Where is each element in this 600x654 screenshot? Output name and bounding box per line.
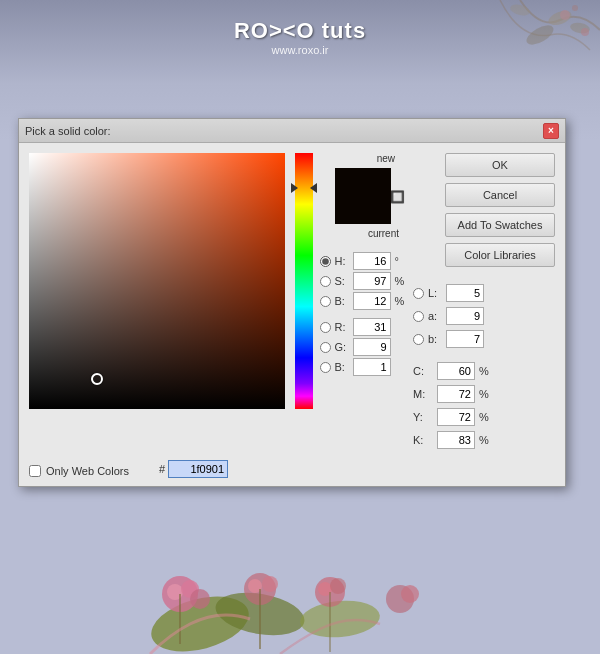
svg-point-13 bbox=[190, 589, 210, 609]
blue-label: B: bbox=[335, 361, 349, 373]
dialog-body: new 🔲 current H: ° S: bbox=[19, 143, 565, 460]
saturation-label: S: bbox=[335, 275, 349, 287]
red-label: R: bbox=[335, 321, 349, 333]
b3-radio[interactable] bbox=[413, 334, 424, 345]
hue-radio[interactable] bbox=[320, 256, 331, 267]
dialog-titlebar: Pick a solid color: × bbox=[19, 119, 565, 143]
svg-point-4 bbox=[572, 5, 578, 11]
a-radio[interactable] bbox=[413, 311, 424, 322]
svg-point-16 bbox=[262, 576, 278, 592]
saturation-unit: % bbox=[395, 275, 407, 287]
green-input[interactable] bbox=[353, 338, 391, 356]
l-field-row: L: bbox=[413, 283, 555, 303]
gradient-dark-layer bbox=[29, 153, 285, 409]
background-bottom bbox=[0, 494, 600, 654]
hue-indicator-left bbox=[291, 183, 298, 193]
hue-label: H: bbox=[335, 255, 349, 267]
color-picker-dialog: Pick a solid color: × new bbox=[18, 118, 566, 487]
web-colors-label: Only Web Colors bbox=[46, 465, 129, 477]
eyedropper-icon[interactable]: 🔲 bbox=[390, 190, 405, 204]
svg-point-19 bbox=[330, 578, 346, 594]
saturation-field-row: S: % bbox=[320, 271, 407, 291]
color-preview-section: new 🔲 current H: ° S: bbox=[323, 153, 403, 450]
red-field-row: R: bbox=[320, 317, 407, 337]
hue-unit: ° bbox=[395, 255, 407, 267]
blue-input[interactable] bbox=[353, 358, 391, 376]
lab-fields: L: a: b: C: % bbox=[413, 283, 555, 450]
y-unit: % bbox=[479, 411, 491, 423]
k-field-row: K: % bbox=[413, 430, 555, 450]
current-color-label: current bbox=[368, 228, 399, 239]
saturation-radio[interactable] bbox=[320, 276, 331, 287]
hue-slider-container[interactable] bbox=[295, 153, 313, 409]
new-color-swatch bbox=[335, 168, 391, 224]
m-field-row: M: % bbox=[413, 384, 555, 404]
a-field-row: a: bbox=[413, 306, 555, 326]
new-color-label: new bbox=[377, 153, 395, 164]
svg-point-3 bbox=[581, 28, 589, 36]
y-label: Y: bbox=[413, 411, 433, 423]
brightness-unit: % bbox=[395, 295, 407, 307]
add-to-swatches-button[interactable]: Add To Swatches bbox=[445, 213, 555, 237]
green-field-row: G: bbox=[320, 337, 407, 357]
web-colors-checkbox-row: Only Web Colors bbox=[29, 465, 129, 477]
blue-field-row: B: bbox=[320, 357, 407, 377]
logo-url: www.roxo.ir bbox=[234, 44, 366, 56]
a-input[interactable] bbox=[446, 307, 484, 325]
k-input[interactable] bbox=[437, 431, 475, 449]
k-unit: % bbox=[479, 434, 491, 446]
gradient-field[interactable] bbox=[29, 153, 285, 409]
red-input[interactable] bbox=[353, 318, 391, 336]
floral-bottom-decoration bbox=[100, 504, 500, 654]
color-preview-box bbox=[335, 168, 391, 224]
fields-area: H: ° S: % B: % bbox=[320, 251, 407, 377]
b3-label: b: bbox=[428, 333, 442, 345]
hex-field-group: # bbox=[159, 460, 228, 478]
green-label: G: bbox=[335, 341, 349, 353]
hue-indicator-right bbox=[310, 183, 317, 193]
l-radio[interactable] bbox=[413, 288, 424, 299]
a-label: a: bbox=[428, 310, 442, 322]
dialog-bottom: Only Web Colors # bbox=[19, 460, 565, 486]
right-section: OK Cancel Add To Swatches Color Librarie… bbox=[413, 153, 555, 450]
green-radio[interactable] bbox=[320, 342, 331, 353]
brightness-radio[interactable] bbox=[320, 296, 331, 307]
web-colors-checkbox[interactable] bbox=[29, 465, 41, 477]
logo-area: RO><O tuts www.roxo.ir bbox=[234, 18, 366, 56]
b3-input[interactable] bbox=[446, 330, 484, 348]
m-input[interactable] bbox=[437, 385, 475, 403]
saturation-input[interactable] bbox=[353, 272, 391, 290]
c-unit: % bbox=[479, 365, 491, 377]
m-unit: % bbox=[479, 388, 491, 400]
color-gradient-field[interactable] bbox=[29, 153, 285, 409]
m-label: M: bbox=[413, 388, 433, 400]
hex-input[interactable] bbox=[168, 460, 228, 478]
cancel-button[interactable]: Cancel bbox=[445, 183, 555, 207]
y-input[interactable] bbox=[437, 408, 475, 426]
c-input[interactable] bbox=[437, 362, 475, 380]
brightness-label: B: bbox=[335, 295, 349, 307]
y-field-row: Y: % bbox=[413, 407, 555, 427]
l-input[interactable] bbox=[446, 284, 484, 302]
color-libraries-button[interactable]: Color Libraries bbox=[445, 243, 555, 267]
logo-text: RO><O tuts bbox=[234, 18, 366, 44]
blue-radio[interactable] bbox=[320, 362, 331, 373]
action-buttons: OK Cancel Add To Swatches Color Librarie… bbox=[445, 153, 555, 267]
hue-input[interactable] bbox=[353, 252, 391, 270]
red-radio[interactable] bbox=[320, 322, 331, 333]
c-field-row: C: % bbox=[413, 361, 555, 381]
l-label: L: bbox=[428, 287, 442, 299]
svg-point-21 bbox=[401, 585, 419, 603]
b3-field-row: b: bbox=[413, 329, 555, 349]
dialog-title: Pick a solid color: bbox=[25, 125, 111, 137]
ok-button[interactable]: OK bbox=[445, 153, 555, 177]
svg-point-0 bbox=[547, 8, 574, 27]
svg-point-2 bbox=[560, 10, 570, 20]
brightness-field-row: B: % bbox=[320, 291, 407, 311]
c-label: C: bbox=[413, 365, 433, 377]
hue-field-row: H: ° bbox=[320, 251, 407, 271]
close-button[interactable]: × bbox=[543, 123, 559, 139]
brightness-input[interactable] bbox=[353, 292, 391, 310]
hex-hash: # bbox=[159, 463, 165, 475]
k-label: K: bbox=[413, 434, 433, 446]
